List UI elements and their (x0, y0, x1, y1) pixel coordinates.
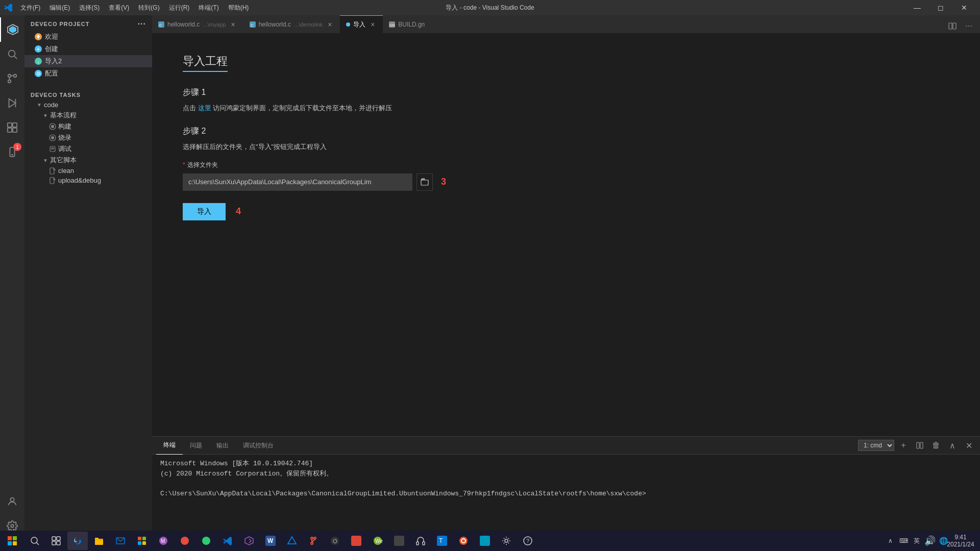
activity-device[interactable]: 1 (0, 140, 24, 164)
taskbar-word[interactable]: W (260, 532, 281, 550)
task-build[interactable]: 构建 (24, 121, 152, 132)
menu-terminal[interactable]: 终端(T) (194, 2, 223, 14)
taskbar-edge[interactable] (67, 532, 88, 550)
tray-volume[interactable]: 🔊 (924, 535, 936, 547)
system-clock[interactable]: 9:41 2021/1/24 (950, 532, 971, 550)
sidebar-item-import[interactable]: ↓ 导入2 (24, 55, 152, 67)
app4-icon: ⬡ (330, 536, 340, 546)
task-code[interactable]: ▼ code (24, 100, 152, 110)
svg-rect-27 (50, 168, 54, 174)
tray-keyboard[interactable]: ⌨ (897, 535, 910, 547)
menu-view[interactable]: 查看(V) (105, 2, 133, 14)
taskbar-vscode[interactable] (217, 532, 238, 550)
kill-terminal-button[interactable]: 🗑 (929, 438, 943, 453)
task-debug[interactable]: 调试 (24, 143, 152, 155)
tab-helloworld-myapp[interactable]: C helloworld.c ...\myapp × (152, 15, 243, 33)
show-desktop-button[interactable] (972, 532, 976, 550)
activity-source-control[interactable] (0, 66, 24, 91)
taskbar-git[interactable] (303, 532, 324, 550)
tab-close-button[interactable]: × (229, 20, 237, 29)
browse-folder-button[interactable] (416, 173, 433, 191)
tray-ime[interactable]: 英 (911, 535, 923, 547)
terminal-tab-bar: 终端 问题 输出 调试控制台 1: cmd + 🗑 (152, 437, 980, 455)
taskbar-settings[interactable] (496, 532, 517, 550)
terminal-tab-problems[interactable]: 问题 (183, 437, 209, 455)
taskbar-app2[interactable] (175, 532, 195, 550)
taskbar-app4[interactable]: ⬡ (325, 532, 345, 550)
menu-goto[interactable]: 转到(G) (134, 2, 163, 14)
terminal-tab-terminal[interactable]: 终端 (156, 437, 183, 455)
taskbar-app6[interactable] (389, 532, 409, 550)
folder-path-input[interactable] (183, 173, 412, 191)
here-link[interactable]: 这里 (198, 104, 211, 112)
activity-deveco[interactable] (0, 17, 24, 42)
activity-extensions[interactable] (0, 115, 24, 140)
c-file-icon-2: C (250, 21, 256, 28)
app1-icon: M (158, 536, 168, 546)
tab-close-import[interactable]: × (369, 20, 377, 29)
task-upload-debug[interactable]: upload&debug (24, 176, 152, 185)
split-terminal-button[interactable] (913, 438, 927, 453)
taskbar-store[interactable] (132, 532, 152, 550)
menu-select[interactable]: 选择(S) (75, 2, 104, 14)
tab-helloworld-demolink[interactable]: C helloworld.c ...\demolink × (243, 15, 340, 33)
import-button[interactable]: 导入 (183, 203, 226, 220)
taskbar-app1[interactable]: M (153, 532, 174, 550)
taskbar-help[interactable]: ? (518, 532, 538, 550)
step4-number: 4 (236, 206, 241, 217)
terminal-controls: 1: cmd + 🗑 ∧ ✕ (858, 438, 976, 453)
taskbar-todo[interactable]: T (432, 532, 452, 550)
config-icon: ⚙ (35, 70, 42, 77)
activity-run[interactable] (0, 91, 24, 115)
menu-run[interactable]: 运行(R) (165, 2, 194, 14)
taskbar-headphones[interactable] (410, 532, 431, 550)
svg-text:W: W (267, 537, 274, 544)
taskbar-vs[interactable] (239, 532, 259, 550)
terminal-tab-debug-console[interactable]: 调试控制台 (236, 437, 281, 455)
menu-edit[interactable]: 编辑(E) (45, 2, 74, 14)
activity-profile[interactable] (0, 489, 24, 514)
more-actions-button[interactable]: ··· (962, 19, 976, 33)
tab-build-gn[interactable]: GN BUILD.gn (383, 15, 431, 33)
svg-text:C: C (159, 23, 162, 28)
step3-number: 3 (441, 177, 446, 187)
terminal-tab-output[interactable]: 输出 (209, 437, 236, 455)
taskbar-ubuntu[interactable] (453, 532, 474, 550)
sidebar-item-welcome[interactable]: 欢迎 (24, 31, 152, 43)
sidebar-item-create[interactable]: + 创建 (24, 43, 152, 55)
task-other-scripts[interactable]: ▼ 其它脚本 (24, 155, 152, 166)
task-flash[interactable]: 烧录 (24, 132, 152, 143)
split-editor-button[interactable] (945, 19, 960, 33)
sidebar-options-button[interactable]: ··· (138, 19, 146, 29)
menu-help[interactable]: 帮助(H) (224, 2, 253, 14)
taskbar-wechat[interactable]: WeC (368, 532, 388, 550)
svg-text:C: C (251, 23, 254, 28)
add-terminal-button[interactable]: + (896, 438, 911, 453)
taskbar-azure[interactable] (282, 532, 302, 550)
close-button[interactable]: ✕ (952, 0, 976, 15)
minimize-button[interactable]: — (905, 0, 929, 15)
start-button[interactable] (2, 531, 22, 551)
sidebar-item-config[interactable]: ⚙ 配置 (24, 67, 152, 80)
terminal-selector[interactable]: 1: cmd (858, 440, 894, 451)
menu-file[interactable]: 文件(F) (16, 2, 44, 14)
taskbar-files[interactable] (475, 532, 495, 550)
taskbar-search[interactable] (24, 532, 45, 550)
taskbar-app5[interactable] (346, 532, 366, 550)
taskbar-taskview[interactable] (46, 532, 66, 550)
taskbar-mail[interactable] (110, 532, 131, 550)
task-clean[interactable]: clean (24, 166, 152, 176)
activity-search[interactable] (0, 42, 24, 66)
terminal-panel: 终端 问题 输出 调试控制台 1: cmd + 🗑 (152, 436, 980, 538)
close-panel-button[interactable]: ✕ (962, 438, 976, 453)
tab-close-button-2[interactable]: × (326, 20, 334, 29)
taskbar-explorer[interactable] (89, 532, 109, 550)
tray-show-hidden[interactable]: ∧ (884, 535, 896, 547)
taskbar-app3[interactable] (196, 532, 216, 550)
maximize-button[interactable]: ◻ (929, 0, 952, 15)
task-basic-flow[interactable]: ▼ 基本流程 (24, 110, 152, 121)
tab-active-dot (346, 22, 350, 27)
maximize-panel-button[interactable]: ∧ (945, 438, 960, 453)
tab-import[interactable]: 导入 × (340, 15, 383, 33)
svg-rect-60 (138, 541, 141, 545)
